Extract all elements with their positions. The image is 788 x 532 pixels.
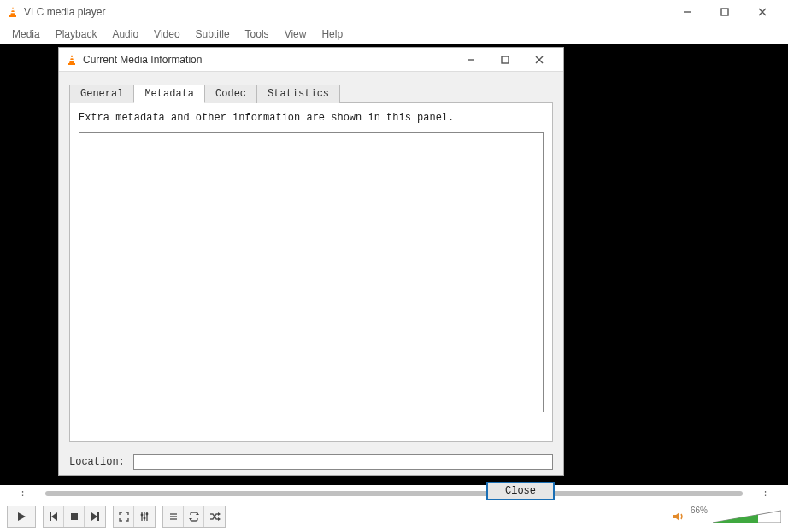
next-button[interactable] (85, 506, 105, 527)
video-area: Current Media Information General Metada… (0, 44, 788, 485)
location-input[interactable] (133, 454, 553, 470)
total-time: --:-- (751, 488, 779, 499)
window-title: VLC media player (24, 6, 105, 18)
menu-video[interactable]: Video (147, 26, 186, 42)
svg-marker-33 (218, 512, 221, 516)
media-info-dialog: Current Media Information General Metada… (58, 47, 564, 476)
previous-button[interactable] (44, 506, 64, 527)
window-close-button[interactable] (744, 0, 781, 24)
svg-marker-16 (18, 512, 26, 521)
shuffle-button[interactable] (204, 506, 225, 527)
metadata-panel-label: Extra metadata and other information are… (79, 112, 544, 124)
location-label: Location: (69, 456, 125, 468)
menu-playback[interactable]: Playback (49, 26, 104, 42)
menu-media[interactable]: Media (5, 26, 47, 42)
metadata-listbox[interactable] (79, 132, 544, 412)
dialog-tabs: General Metadata Codec Statistics (69, 84, 553, 102)
svg-rect-5 (721, 9, 728, 15)
menu-audio[interactable]: Audio (105, 26, 145, 42)
play-button[interactable] (7, 506, 36, 528)
svg-rect-13 (502, 56, 509, 63)
extended-settings-button[interactable] (134, 506, 155, 527)
menu-help[interactable]: Help (315, 26, 350, 42)
vlc-cone-icon (66, 54, 78, 66)
menu-view[interactable]: View (278, 26, 314, 42)
fullscreen-button[interactable] (114, 506, 134, 527)
svg-marker-8 (69, 55, 74, 63)
svg-rect-18 (50, 512, 51, 521)
tab-codec[interactable]: Codec (204, 85, 257, 103)
window-maximize-button[interactable] (706, 0, 744, 24)
svg-point-26 (144, 517, 146, 520)
svg-rect-11 (70, 60, 74, 61)
tab-general[interactable]: General (69, 85, 134, 103)
tab-statistics[interactable]: Statistics (256, 85, 340, 103)
volume-slider[interactable] (713, 509, 781, 524)
tab-metadata[interactable]: Metadata (133, 85, 205, 103)
svg-marker-32 (189, 518, 192, 521)
svg-marker-35 (673, 512, 679, 521)
svg-marker-31 (196, 513, 199, 516)
svg-point-25 (141, 514, 144, 517)
dialog-title: Current Media Information (83, 54, 202, 66)
menubar: Media Playback Audio Video Subtitle Tool… (0, 24, 788, 44)
svg-rect-19 (71, 513, 78, 520)
svg-marker-17 (51, 512, 57, 521)
menu-tools[interactable]: Tools (238, 26, 276, 42)
vlc-cone-icon (7, 6, 19, 18)
window-titlebar: VLC media player (0, 0, 788, 24)
svg-rect-10 (70, 57, 73, 58)
volume-label: 66% (691, 506, 708, 515)
svg-marker-34 (218, 517, 221, 521)
loop-button[interactable] (184, 506, 204, 527)
dialog-minimize-button[interactable] (454, 50, 488, 70)
dialog-titlebar[interactable]: Current Media Information (59, 48, 563, 72)
window-minimize-button[interactable] (668, 0, 706, 24)
svg-rect-9 (68, 63, 75, 65)
stop-button[interactable] (64, 506, 85, 527)
dialog-close-button[interactable] (522, 50, 556, 70)
dialog-close-action-button[interactable]: Close (486, 482, 555, 500)
svg-marker-0 (10, 7, 15, 15)
svg-point-27 (146, 513, 149, 516)
tab-panel-metadata: Extra metadata and other information are… (69, 102, 553, 442)
menu-subtitle[interactable]: Subtitle (189, 26, 237, 42)
svg-rect-3 (11, 12, 15, 13)
svg-rect-21 (97, 512, 99, 521)
speaker-icon[interactable] (672, 510, 685, 523)
svg-rect-2 (11, 9, 14, 10)
svg-marker-20 (91, 512, 97, 521)
svg-rect-1 (9, 15, 16, 17)
playlist-button[interactable] (163, 506, 184, 527)
elapsed-time: --:-- (9, 488, 37, 499)
dialog-maximize-button[interactable] (488, 50, 522, 70)
